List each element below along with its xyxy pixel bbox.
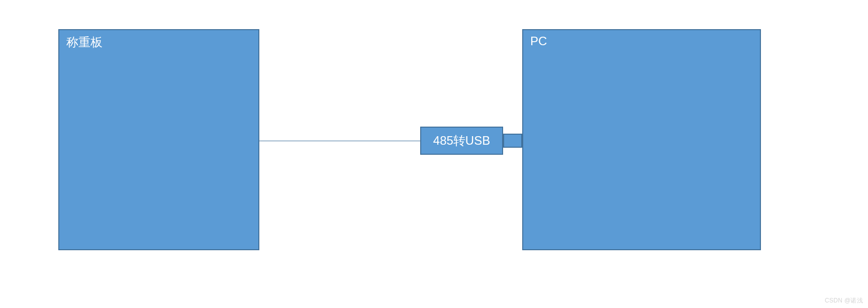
adapter-label: 485转USB xyxy=(433,133,490,149)
weighing-board-box: 称重板 xyxy=(58,29,259,250)
watermark: CSDN @诺浅 xyxy=(825,296,863,305)
pc-box: PC xyxy=(522,29,761,250)
usb-plug xyxy=(503,134,522,148)
rs485-usb-adapter: 485转USB xyxy=(420,127,503,155)
connection-wire xyxy=(259,141,420,141)
pc-label: PC xyxy=(530,34,547,48)
weighing-board-label: 称重板 xyxy=(66,34,103,50)
